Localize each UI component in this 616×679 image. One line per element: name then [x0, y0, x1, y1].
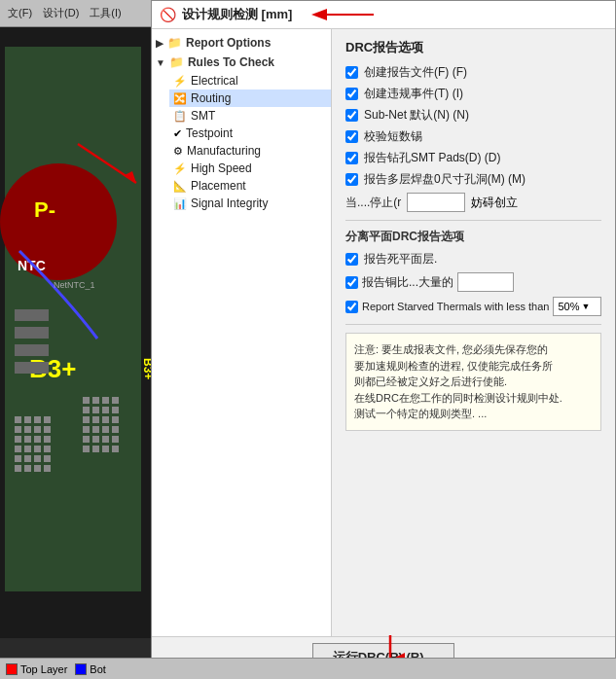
dropdown-arrow: ▼	[581, 302, 597, 311]
checkbox-create-report[interactable]	[345, 66, 358, 79]
plane-checkbox-row-1: 报告死平面层.	[345, 251, 601, 268]
checkbox-multilayer-label[interactable]: 报告多层焊盘0尺寸孔洞(M) (M)	[364, 171, 525, 188]
checkbox-row-6: 报告多层焊盘0尺寸孔洞(M) (M)	[345, 171, 601, 188]
top-toolbar: 文(F) 设计(D) 工具(I)	[0, 0, 151, 27]
checkbox-starved[interactable]	[345, 301, 358, 313]
stop-input[interactable]: 500	[407, 193, 465, 212]
starved-value: 50%	[558, 301, 579, 312]
top-layer-label: Top Layer	[20, 663, 67, 675]
testpoint-label: Testpoint	[186, 126, 233, 140]
checkbox-drill-smt[interactable]	[345, 152, 358, 164]
dialog-title: 设计规则检测 [mm]	[182, 6, 292, 23]
menu-tools[interactable]: 工具(I)	[86, 5, 125, 21]
tree-report-options[interactable]: ▶ 📁 Report Options	[152, 33, 331, 53]
copper-row: 报告铜比...大量的 0.065 s	[345, 272, 601, 292]
stop-suffix: 妨碍创立	[471, 195, 518, 211]
checkbox-create-report-label[interactable]: 创建报告文件(F) (F)	[364, 64, 467, 81]
bot-layer-chip[interactable]: Bot	[75, 663, 106, 675]
checkbox-dead-plane[interactable]	[345, 253, 358, 266]
smt-icon: 📋	[173, 110, 187, 123]
checkbox-row-1: 创建报告文件(F) (F)	[345, 64, 601, 81]
highspeed-icon: ⚡	[173, 162, 187, 175]
dialog-main: ▶ 📁 Report Options ▼ 📁 Rules To Check ⚡ …	[152, 29, 615, 636]
right-panel: DRC报告选项 创建报告文件(F) (F) 创建违规事件(T) (I) Sub-…	[332, 29, 615, 636]
tree-item-manufacturing[interactable]: ⚙ Manufacturing	[169, 142, 331, 160]
top-layer-dot	[6, 663, 18, 675]
tree-item-routing[interactable]: 🔀 Routing	[169, 89, 331, 107]
checkbox-copper[interactable]	[345, 276, 358, 289]
section-divider	[345, 220, 601, 221]
electrical-label: Electrical	[191, 74, 238, 88]
checkbox-multilayer[interactable]	[345, 173, 358, 186]
checkbox-dead-plane-label[interactable]: 报告死平面层.	[364, 251, 437, 268]
starved-row: Report Starved Thermals with less than 5…	[345, 297, 601, 316]
routing-icon: 🔀	[173, 92, 187, 105]
testpoint-icon: ✔	[173, 127, 182, 140]
tree-item-smt[interactable]: 📋 SMT	[169, 107, 331, 125]
rules-children: ⚡ Electrical 🔀 Routing 📋 SMT ✔ Testpoint…	[152, 72, 331, 212]
checkbox-row-4: 校验短数锡	[345, 128, 601, 145]
bot-layer-label: Bot	[90, 663, 106, 675]
dialog-title-bar: 🚫 设计规则检测 [mm]	[152, 1, 615, 29]
report-options-label: Report Options	[186, 36, 271, 50]
drc-dialog: 🚫 设计规则检测 [mm] ▶ 📁 Report Options ▼	[151, 0, 616, 679]
manufacturing-icon: ⚙	[173, 145, 183, 158]
smt-label: SMT	[191, 109, 215, 123]
checkbox-create-violations-label[interactable]: 创建违规事件(T) (I)	[364, 86, 463, 102]
tree-item-electrical[interactable]: ⚡ Electrical	[169, 72, 331, 89]
starved-dropdown[interactable]: 50% ▼	[553, 297, 601, 316]
expand-icon-report: ▶	[156, 38, 163, 49]
note-box: 注意: 要生成报表文件, 您必须先保存您的 要加速规则检查的进程, 仅使能完成任…	[345, 333, 601, 431]
plane-section-title: 分离平面DRC报告选项	[345, 229, 601, 245]
signal-integrity-label: Signal Integrity	[191, 197, 268, 210]
title-arrow-decoration	[306, 5, 383, 24]
tree-item-placement[interactable]: 📐 Placement	[169, 177, 331, 195]
checkbox-short-label[interactable]: 校验短数锡	[364, 128, 422, 145]
tree-panel: ▶ 📁 Report Options ▼ 📁 Rules To Check ⚡ …	[152, 29, 332, 636]
stop-row: 当....停止(r 500 妨碍创立	[345, 193, 601, 212]
placement-icon: 📐	[173, 180, 187, 193]
bot-layer-dot	[75, 663, 87, 675]
checkbox-row-2: 创建违规事件(T) (I)	[345, 86, 601, 102]
tree-item-testpoint[interactable]: ✔ Testpoint	[169, 125, 331, 142]
menu-file[interactable]: 文(F)	[4, 5, 36, 21]
layer-bar: Top Layer Bot	[0, 658, 616, 679]
placement-label: Placement	[191, 179, 246, 193]
checkbox-subnet-default[interactable]	[345, 109, 358, 122]
folder-icon-report: 📁	[167, 36, 182, 50]
menu-design[interactable]: 设计(D)	[39, 5, 83, 21]
checkbox-subnet-label[interactable]: Sub-Net 默认(N) (N)	[364, 107, 469, 124]
electrical-icon: ⚡	[173, 75, 187, 88]
tree-item-signal-integrity[interactable]: 📊 Signal Integrity	[169, 195, 331, 212]
note-text: 注意: 要生成报表文件, 您必须先保存您的 要加速规则检查的进程, 仅使能完成任…	[354, 343, 562, 419]
expand-icon-rules: ▼	[156, 57, 165, 68]
checkbox-short-data[interactable]	[345, 130, 358, 143]
signal-integrity-icon: 📊	[173, 197, 187, 210]
routing-label: Routing	[191, 91, 231, 105]
highspeed-label: High Speed	[191, 161, 252, 175]
tree-item-highspeed[interactable]: ⚡ High Speed	[169, 160, 331, 177]
tree-rules-to-check[interactable]: ▼ 📁 Rules To Check	[152, 53, 331, 72]
checkbox-drill-label[interactable]: 报告钻孔SMT Pads(D) (D)	[364, 150, 500, 166]
section-divider-2	[345, 324, 601, 325]
pcb-background	[0, 0, 151, 679]
folder-icon-rules: 📁	[169, 55, 184, 69]
drc-section-title: DRC报告选项	[345, 39, 601, 56]
checkbox-row-3: Sub-Net 默认(N) (N)	[345, 107, 601, 124]
starved-label[interactable]: Report Starved Thermals with less than	[362, 301, 549, 312]
stop-label: 当....停止(r	[345, 195, 401, 211]
rules-to-check-label: Rules To Check	[188, 55, 274, 69]
copper-value-input[interactable]: 0.065 s	[457, 272, 514, 292]
checkbox-copper-label[interactable]: 报告铜比...大量的	[362, 274, 453, 291]
checkbox-row-5: 报告钻孔SMT Pads(D) (D)	[345, 150, 601, 166]
top-layer-chip[interactable]: Top Layer	[6, 663, 67, 675]
checkbox-create-violations[interactable]	[345, 88, 358, 100]
drc-title-icon: 🚫	[160, 7, 176, 22]
manufacturing-label: Manufacturing	[187, 144, 261, 158]
